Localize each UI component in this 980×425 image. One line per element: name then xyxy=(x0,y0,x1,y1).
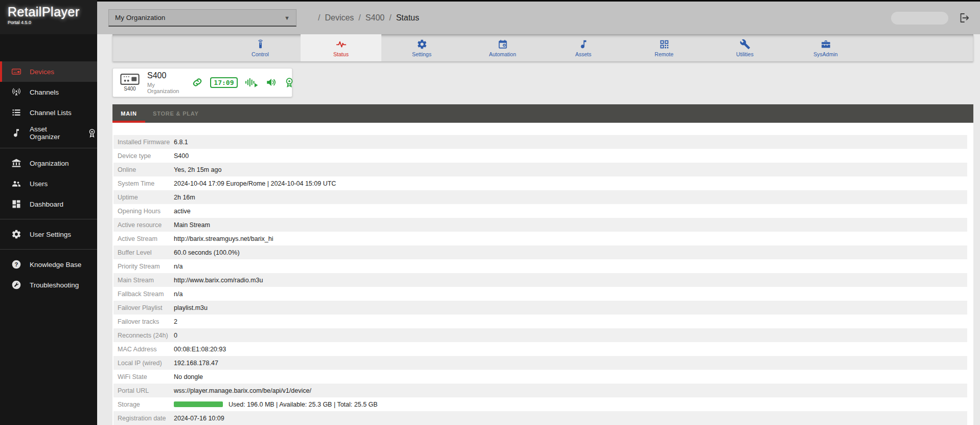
sidebar-divider xyxy=(0,148,97,148)
row-value: S400 xyxy=(174,152,189,160)
sidebar-item-asset-organizer[interactable]: Asset Organizer xyxy=(0,123,97,143)
row-value: No dongle xyxy=(174,373,203,381)
row-label: Failover Playlist xyxy=(118,304,174,311)
user-pill xyxy=(891,12,948,25)
sidebar-item-channel-lists[interactable]: Channel Lists xyxy=(0,102,97,123)
device-card[interactable]: S400 S400 My Organization 17:09 xyxy=(112,68,292,97)
row-label: Uptime xyxy=(118,194,174,201)
table-row: Main Streamhttp://www.barix.com/radio.m3… xyxy=(113,273,967,287)
tab-remote[interactable]: Remote xyxy=(624,34,704,61)
tab-label: Assets xyxy=(575,51,591,57)
subtab-bar: MAINSTORE & PLAY xyxy=(112,104,973,123)
logout-icon[interactable] xyxy=(958,12,970,24)
gear-icon xyxy=(417,39,427,50)
tab-settings[interactable]: Settings xyxy=(381,34,462,61)
row-value: 0 xyxy=(174,332,177,339)
row-value: 2 xyxy=(174,318,177,325)
breadcrumb-separator: / xyxy=(358,13,360,23)
sidebar-item-label: Users xyxy=(30,180,48,188)
organization-select[interactable]: My Organization ▼ xyxy=(108,9,297,27)
row-value-text: 0 xyxy=(174,332,177,339)
row-label: Main Stream xyxy=(118,277,174,284)
table-row: Active Streamhttp://barix.streamguys.net… xyxy=(113,232,967,245)
row-value-text: 2h 16m xyxy=(174,194,195,201)
tab-assets[interactable]: Assets xyxy=(543,34,624,61)
row-value: 2024-10-04 17:09 Europe/Rome | 2024-10-0… xyxy=(174,180,336,187)
top-header: RetailPlayer Portal 4.5.0 My Organizatio… xyxy=(0,0,980,34)
sidebar-item-organization[interactable]: Organization xyxy=(0,153,97,173)
pulse-icon xyxy=(336,39,347,50)
sidebar-item-knowledge-base[interactable]: ?Knowledge Base xyxy=(0,254,97,275)
row-label: Reconnects (24h) xyxy=(118,332,174,339)
tab-automation[interactable]: Automation xyxy=(462,34,543,61)
row-value-text: n/a xyxy=(174,290,183,298)
calendar-gear-icon xyxy=(497,39,508,50)
breadcrumb-item[interactable]: S400 xyxy=(366,13,384,23)
sidebar-item-channels[interactable]: Channels xyxy=(0,82,97,102)
row-value-text: 00:08:E1:08:20:93 xyxy=(174,346,226,353)
sidebar-item-label: User Settings xyxy=(30,231,71,238)
qr-code-icon xyxy=(659,39,670,50)
award-icon xyxy=(87,128,97,138)
row-label: Active Stream xyxy=(118,235,174,242)
row-value: n/a xyxy=(174,290,183,298)
sidebar-item-label: Troubleshooting xyxy=(30,281,79,289)
breadcrumb: /Devices/S400/Status xyxy=(318,13,419,23)
sidebar: DevicesChannelsChannel ListsAsset Organi… xyxy=(0,34,97,425)
row-label: Portal URL xyxy=(118,387,174,394)
breadcrumb-item[interactable]: Devices xyxy=(325,13,354,23)
row-value-text: wss://player.manage.barix.com/be/api/v1/… xyxy=(174,387,311,394)
row-label: Online xyxy=(118,166,174,173)
row-value-text: 6.8.1 xyxy=(174,139,188,146)
table-row: Priority Streamn/a xyxy=(113,259,967,273)
header-right xyxy=(891,12,970,25)
app-logo-title: RetailPlayer xyxy=(8,5,97,19)
row-value: 60.0 seconds (100.0%) xyxy=(174,249,240,256)
table-row: Portal URLwss://player.manage.barix.com/… xyxy=(113,384,967,397)
row-label: Registration date xyxy=(118,415,174,422)
wrench-circle-icon xyxy=(11,280,21,290)
users-icon xyxy=(11,178,21,189)
sidebar-item-devices[interactable]: Devices xyxy=(0,61,97,82)
device-card-names: S400 My Organization xyxy=(147,71,179,94)
table-row: WiFi StateNo dongle xyxy=(113,370,967,384)
row-label: Buffer Level xyxy=(118,249,174,256)
speaker-icon xyxy=(265,77,277,88)
tab-status[interactable]: Status xyxy=(301,34,381,61)
sidebar-item-dashboard[interactable]: Dashboard xyxy=(0,194,97,214)
subtab-main[interactable]: MAIN xyxy=(112,104,145,123)
table-row: Uptime2h 16m xyxy=(113,190,967,204)
tab-utilities[interactable]: Utilities xyxy=(704,34,785,61)
sidebar-item-users[interactable]: Users xyxy=(0,173,97,194)
row-value: 2024-07-16 10:09 xyxy=(174,415,224,422)
sidebar-item-label: Knowledge Base xyxy=(30,261,81,269)
tab-label: Utilities xyxy=(736,51,754,57)
row-value-text: http://www.barix.com/radio.m3u xyxy=(174,277,263,284)
wrench-icon xyxy=(740,39,750,50)
storage-progress-bar xyxy=(174,401,223,407)
sidebar-item-troubleshooting[interactable]: Troubleshooting xyxy=(0,275,97,295)
row-value-text: 192.168.178.47 xyxy=(174,360,218,367)
dashboard-icon xyxy=(11,199,21,209)
subtab-store-play[interactable]: STORE & PLAY xyxy=(145,104,207,123)
device-icon xyxy=(11,66,21,77)
app-logo-version: Portal 4.5.0 xyxy=(8,20,97,25)
sidebar-divider xyxy=(0,249,97,250)
table-row: Installed Firmware6.8.1 xyxy=(113,135,967,149)
sidebar-item-user-settings[interactable]: User Settings xyxy=(0,224,97,244)
row-value: http://www.barix.com/radio.m3u xyxy=(174,277,263,284)
row-label: Storage xyxy=(118,401,174,408)
table-row: Failover tracks2 xyxy=(113,315,967,328)
row-label: Priority Stream xyxy=(118,263,174,270)
organization-select-value: My Organization xyxy=(115,14,165,21)
sidebar-item-label: Organization xyxy=(30,160,69,167)
tab-control[interactable]: Control xyxy=(220,34,301,61)
row-value: 00:08:E1:08:20:93 xyxy=(174,346,226,353)
main-content: ControlStatusSettingsAutomationAssetsRem… xyxy=(97,34,980,425)
table-row: Fallback Streamn/a xyxy=(113,287,967,301)
sidebar-item-label: Dashboard xyxy=(30,200,63,208)
table-row: Failover Playlistplaylist.m3u xyxy=(113,301,967,315)
link-icon xyxy=(192,77,203,88)
row-value: 2h 16m xyxy=(174,194,195,201)
tab-sysadmin[interactable]: SysAdmin xyxy=(785,34,866,61)
